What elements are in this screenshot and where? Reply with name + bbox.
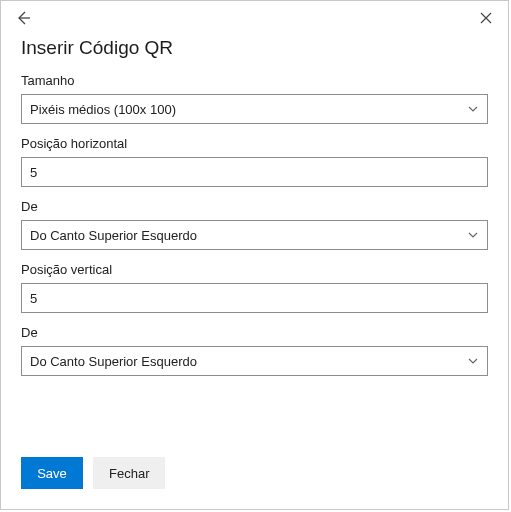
hpos-input[interactable]: [21, 157, 488, 187]
vpos-label: Posição vertical: [21, 262, 488, 277]
size-select-value: Pixéis médios (100x 100): [30, 102, 467, 117]
field-hpos: Posição horizontal: [21, 136, 488, 187]
vpos-input[interactable]: [21, 283, 488, 313]
size-select[interactable]: Pixéis médios (100x 100): [21, 94, 488, 124]
dialog-footer: Save Fechar: [21, 457, 165, 489]
hpos-label: Posição horizontal: [21, 136, 488, 151]
save-button[interactable]: Save: [21, 457, 83, 489]
vfrom-label: De: [21, 325, 488, 340]
arrow-left-icon: [15, 10, 31, 26]
chevron-down-icon: [467, 355, 479, 367]
dialog-topbar: [1, 1, 508, 35]
size-label: Tamanho: [21, 73, 488, 88]
chevron-down-icon: [467, 229, 479, 241]
hfrom-label: De: [21, 199, 488, 214]
dialog-insert-qr: Inserir Código QR Tamanho Pixéis médios …: [0, 0, 509, 510]
field-hfrom: De Do Canto Superior Esquerdo: [21, 199, 488, 250]
field-vfrom: De Do Canto Superior Esquerdo: [21, 325, 488, 376]
hfrom-select[interactable]: Do Canto Superior Esquerdo: [21, 220, 488, 250]
field-vpos: Posição vertical: [21, 262, 488, 313]
vfrom-select-value: Do Canto Superior Esquerdo: [30, 354, 467, 369]
close-icon: [479, 11, 493, 25]
vfrom-select[interactable]: Do Canto Superior Esquerdo: [21, 346, 488, 376]
close-footer-button[interactable]: Fechar: [93, 457, 165, 489]
back-button[interactable]: [13, 8, 33, 28]
close-button[interactable]: [476, 8, 496, 28]
field-size: Tamanho Pixéis médios (100x 100): [21, 73, 488, 124]
hfrom-select-value: Do Canto Superior Esquerdo: [30, 228, 467, 243]
dialog-form: Tamanho Pixéis médios (100x 100) Posição…: [1, 69, 508, 376]
dialog-title: Inserir Código QR: [1, 35, 508, 69]
chevron-down-icon: [467, 103, 479, 115]
